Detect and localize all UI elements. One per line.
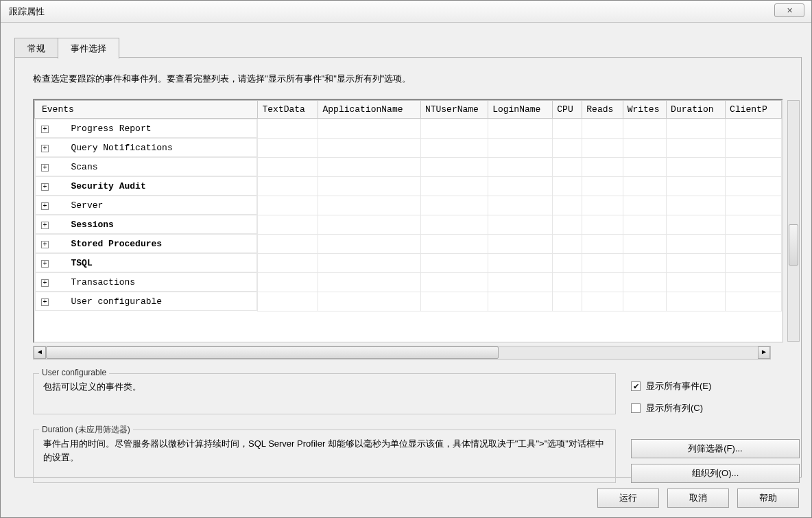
expand-icon[interactable]: + — [41, 145, 49, 152]
table-row[interactable]: +Scans — [35, 157, 782, 176]
grid-cell[interactable] — [420, 119, 488, 139]
grid-cell[interactable] — [667, 157, 726, 176]
vscroll-thumb[interactable] — [789, 224, 798, 266]
grid-cell[interactable] — [420, 292, 488, 311]
column-header[interactable]: LoginName — [488, 101, 553, 119]
grid-cell[interactable] — [726, 196, 782, 215]
column-header[interactable]: CPU — [553, 101, 582, 119]
grid-cell[interactable] — [623, 176, 666, 196]
grid-cell[interactable] — [582, 215, 623, 234]
grid-cell[interactable] — [726, 215, 782, 234]
tab-general[interactable]: 常规 — [14, 38, 58, 59]
grid-cell[interactable] — [726, 157, 782, 176]
expand-icon[interactable]: + — [41, 260, 49, 268]
grid-cell[interactable] — [258, 292, 318, 311]
grid-cell[interactable] — [420, 157, 488, 176]
grid-cell[interactable] — [726, 176, 782, 196]
grid-cell[interactable] — [488, 119, 553, 139]
grid-cell[interactable] — [623, 234, 666, 253]
grid-cell[interactable] — [582, 272, 623, 292]
grid-cell[interactable] — [553, 196, 582, 215]
grid-cell[interactable] — [582, 138, 623, 157]
grid-cell[interactable] — [420, 253, 488, 272]
grid-cell[interactable] — [553, 138, 582, 157]
grid-cell[interactable] — [488, 272, 553, 292]
vertical-scrollbar[interactable] — [787, 100, 800, 342]
table-row[interactable]: +Server — [35, 196, 782, 215]
grid-cell[interactable] — [488, 234, 553, 253]
grid-cell[interactable] — [488, 215, 553, 234]
table-row[interactable]: +Security Audit — [35, 176, 782, 196]
grid-cell[interactable] — [553, 253, 582, 272]
run-button[interactable]: 运行 — [597, 488, 659, 508]
grid-cell[interactable] — [318, 215, 420, 234]
grid-cell[interactable] — [667, 119, 726, 139]
column-header[interactable]: Events — [35, 101, 258, 119]
hscroll-track[interactable] — [46, 346, 758, 359]
grid-cell[interactable] — [553, 215, 582, 234]
checkbox-show-all-cols[interactable]: 显示所有列(C) — [631, 402, 711, 414]
organize-columns-button[interactable]: 组织列(O)... — [631, 464, 800, 483]
grid-cell[interactable] — [726, 234, 782, 253]
grid-cell[interactable] — [318, 138, 420, 157]
grid-cell[interactable] — [582, 176, 623, 196]
grid-cell[interactable] — [420, 196, 488, 215]
column-filter-button[interactable]: 列筛选器(F)... — [631, 439, 800, 458]
grid-cell[interactable] — [582, 292, 623, 311]
expand-icon[interactable]: + — [41, 164, 49, 172]
grid-cell[interactable] — [667, 196, 726, 215]
grid-cell[interactable] — [258, 196, 318, 215]
expand-icon[interactable]: + — [41, 298, 49, 306]
grid-cell[interactable] — [667, 138, 726, 157]
grid-cell[interactable] — [623, 157, 666, 176]
grid-cell[interactable] — [623, 272, 666, 292]
table-row[interactable]: +Sessions — [35, 215, 782, 234]
grid-cell[interactable] — [667, 253, 726, 272]
grid-cell[interactable] — [488, 138, 553, 157]
grid-cell[interactable] — [623, 253, 666, 272]
table-row[interactable]: +Stored Procedures — [35, 234, 782, 253]
grid-cell[interactable] — [667, 292, 726, 311]
grid-cell[interactable] — [258, 234, 318, 253]
grid-cell[interactable] — [318, 253, 420, 272]
grid-cell[interactable] — [726, 253, 782, 272]
grid-cell[interactable] — [318, 119, 420, 139]
grid-cell[interactable] — [667, 234, 726, 253]
grid-cell[interactable] — [667, 215, 726, 234]
grid-cell[interactable] — [420, 138, 488, 157]
grid-cell[interactable] — [258, 253, 318, 272]
column-header[interactable]: Duration — [667, 101, 726, 119]
grid-cell[interactable] — [726, 272, 782, 292]
grid-cell[interactable] — [553, 272, 582, 292]
grid-cell[interactable] — [488, 253, 553, 272]
grid-cell[interactable] — [318, 196, 420, 215]
grid-cell[interactable] — [318, 292, 420, 311]
grid-cell[interactable] — [318, 176, 420, 196]
column-header[interactable]: ApplicationName — [318, 101, 420, 119]
grid-cell[interactable] — [258, 176, 318, 196]
hscroll-left-button[interactable]: ◄ — [34, 346, 46, 359]
table-row[interactable]: +Transactions — [35, 272, 782, 292]
table-row[interactable]: +User configurable — [35, 292, 782, 311]
grid-cell[interactable] — [582, 253, 623, 272]
grid-cell[interactable] — [258, 215, 318, 234]
grid-cell[interactable] — [318, 272, 420, 292]
column-header[interactable]: NTUserName — [420, 101, 488, 119]
grid-cell[interactable] — [488, 176, 553, 196]
table-row[interactable]: +Query Notifications — [35, 138, 782, 157]
grid-cell[interactable] — [420, 272, 488, 292]
grid-cell[interactable] — [623, 138, 666, 157]
grid-cell[interactable] — [420, 234, 488, 253]
grid-cell[interactable] — [488, 157, 553, 176]
grid-cell[interactable] — [553, 176, 582, 196]
grid-cell[interactable] — [318, 234, 420, 253]
grid-cell[interactable] — [726, 138, 782, 157]
grid-cell[interactable] — [488, 196, 553, 215]
grid-cell[interactable] — [623, 119, 666, 139]
grid-cell[interactable] — [726, 119, 782, 139]
grid-cell[interactable] — [582, 234, 623, 253]
events-grid[interactable]: EventsTextDataApplicationNameNTUserNameL… — [33, 99, 783, 343]
grid-cell[interactable] — [258, 138, 318, 157]
grid-cell[interactable] — [488, 292, 553, 311]
grid-cell[interactable] — [582, 119, 623, 139]
